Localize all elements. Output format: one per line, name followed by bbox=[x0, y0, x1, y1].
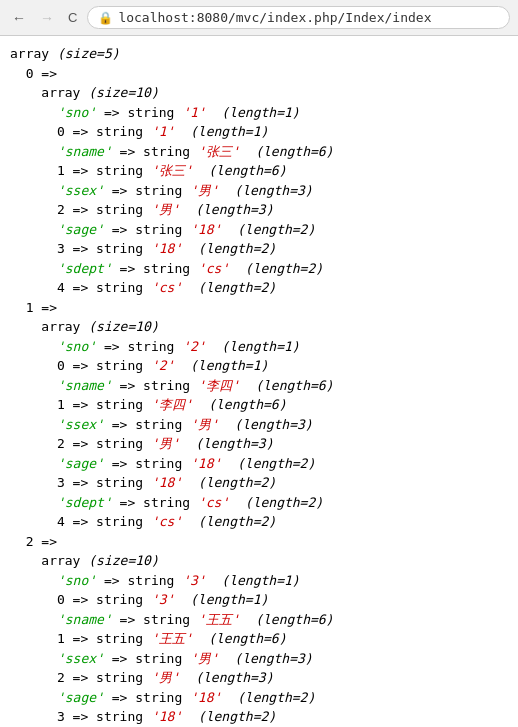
output-line: 1 => bbox=[10, 298, 508, 318]
output-line: 'sname' => string '张三' (length=6) bbox=[10, 142, 508, 162]
output-line: 'sno' => string '3' (length=1) bbox=[10, 571, 508, 591]
output-line: 'sno' => string '1' (length=1) bbox=[10, 103, 508, 123]
output-line: 2 => bbox=[10, 532, 508, 552]
output-line: 1 => string '张三' (length=6) bbox=[10, 161, 508, 181]
output-line: 1 => string '李四' (length=6) bbox=[10, 395, 508, 415]
output-line: 3 => string '18' (length=2) bbox=[10, 707, 508, 727]
output-line: 'ssex' => string '男' (length=3) bbox=[10, 415, 508, 435]
output-line: 3 => string '18' (length=2) bbox=[10, 473, 508, 493]
navigation-bar: ← → C 🔒 localhost:8080/mvc/index.php/Ind… bbox=[0, 0, 518, 36]
output-line: array (size=10) bbox=[10, 317, 508, 337]
output-line: 'sname' => string '王五' (length=6) bbox=[10, 610, 508, 630]
output-line: array (size=10) bbox=[10, 551, 508, 571]
output-line: 2 => string '男' (length=3) bbox=[10, 434, 508, 454]
lock-icon: 🔒 bbox=[98, 11, 113, 25]
output-line: 0 => string '1' (length=1) bbox=[10, 122, 508, 142]
output-line: 0 => string '2' (length=1) bbox=[10, 356, 508, 376]
output-line: 'sage' => string '18' (length=2) bbox=[10, 220, 508, 240]
output-line: 'sdept' => string 'cs' (length=2) bbox=[10, 259, 508, 279]
output-line: 'sdept' => string 'cs' (length=2) bbox=[10, 493, 508, 513]
output-line: 'sno' => string '2' (length=1) bbox=[10, 337, 508, 357]
address-bar[interactable]: 🔒 localhost:8080/mvc/index.php/Index/ind… bbox=[87, 6, 510, 29]
reload-button[interactable]: C bbox=[64, 8, 81, 27]
output-line: 'ssex' => string '男' (length=3) bbox=[10, 181, 508, 201]
output-line: 0 => string '3' (length=1) bbox=[10, 590, 508, 610]
output-line: 1 => string '王五' (length=6) bbox=[10, 629, 508, 649]
output-line: array (size=10) bbox=[10, 83, 508, 103]
output-line: 2 => string '男' (length=3) bbox=[10, 200, 508, 220]
output-line: 'ssex' => string '男' (length=3) bbox=[10, 649, 508, 669]
output-line: 'sage' => string '18' (length=2) bbox=[10, 688, 508, 708]
back-button[interactable]: ← bbox=[8, 8, 30, 28]
output-line: 3 => string '18' (length=2) bbox=[10, 239, 508, 259]
page-content: array (size=5) 0 => array (size=10) 'sno… bbox=[0, 36, 518, 727]
url-text: localhost:8080/mvc/index.php/Index/index bbox=[118, 10, 431, 25]
forward-button[interactable]: → bbox=[36, 8, 58, 28]
output-line: 'sname' => string '李四' (length=6) bbox=[10, 376, 508, 396]
output-line: 4 => string 'cs' (length=2) bbox=[10, 278, 508, 298]
output-line: 4 => string 'cs' (length=2) bbox=[10, 512, 508, 532]
output-line: array (size=5) bbox=[10, 44, 508, 64]
browser-chrome: ← → C 🔒 localhost:8080/mvc/index.php/Ind… bbox=[0, 0, 518, 36]
output-line: 2 => string '男' (length=3) bbox=[10, 668, 508, 688]
output-line: 'sage' => string '18' (length=2) bbox=[10, 454, 508, 474]
output-line: 0 => bbox=[10, 64, 508, 84]
